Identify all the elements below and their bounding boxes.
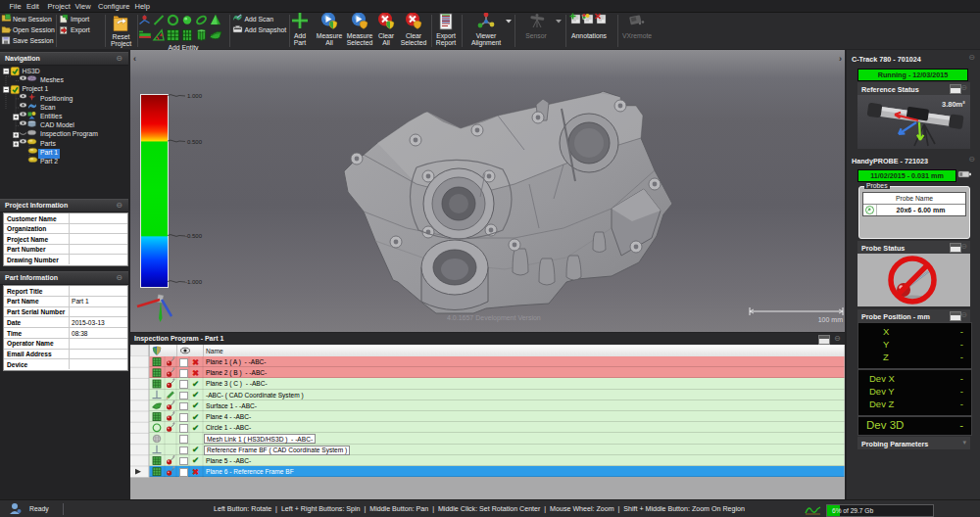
svg-text:0.500: 0.500 — [187, 139, 203, 145]
svg-text:-0.500: -0.500 — [185, 233, 203, 239]
svg-text:100 mm: 100 mm — [818, 316, 843, 323]
svg-text:-1.000: -1.000 — [185, 279, 203, 285]
svg-text:1.000: 1.000 — [187, 93, 203, 99]
svg-text:3.80m²: 3.80m² — [942, 100, 965, 109]
